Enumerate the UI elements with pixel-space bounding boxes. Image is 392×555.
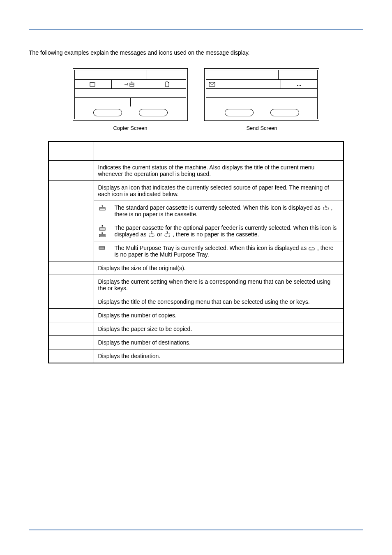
- svg-text:2: 2: [151, 231, 152, 234]
- cassette1-icon: 1: [98, 205, 106, 211]
- svg-rect-18: [309, 247, 314, 250]
- cassette2-icon: 2: [98, 225, 106, 231]
- top-divider: [29, 29, 363, 30]
- original-icon: [90, 81, 97, 87]
- table-row: Indicates the current status of the mach…: [48, 160, 344, 180]
- soft-key-right: [139, 109, 168, 116]
- copier-screen-box: 1: [73, 68, 188, 131]
- svg-text:1: 1: [131, 81, 133, 83]
- table-row: Displays the number of copies.: [48, 308, 344, 322]
- svg-text:1: 1: [325, 205, 327, 207]
- reference-table: Indicates the current status of the mach…: [48, 141, 344, 363]
- table-row: Displays the title of the corresponding …: [48, 295, 344, 308]
- cassette3-empty-icon: 3: [164, 231, 171, 237]
- cassette2-empty-icon: 2: [148, 231, 155, 237]
- table-row: Displays the number of destinations.: [48, 335, 344, 349]
- table-row: Displays the size of the original(s).: [48, 261, 344, 275]
- send-caption: Send Screen: [204, 125, 319, 131]
- svg-text:2: 2: [101, 225, 103, 228]
- cassette1-empty-icon: 1: [322, 205, 330, 210]
- copier-caption: Copier Screen: [73, 125, 188, 131]
- mp-tray-empty-icon: [308, 247, 316, 251]
- svg-text:3: 3: [101, 232, 103, 234]
- mp-tray-icon: [98, 245, 106, 250]
- soft-key-left: [93, 109, 122, 116]
- svg-rect-13: [149, 234, 154, 236]
- cassette3-icon: 3: [98, 232, 106, 238]
- ellipsis-icon: …: [281, 80, 317, 88]
- svg-text:1: 1: [101, 205, 103, 208]
- envelope-icon: [209, 82, 215, 87]
- svg-rect-1: [130, 83, 134, 86]
- table-row: Displays the destination.: [48, 349, 344, 363]
- soft-key-right: [270, 109, 299, 116]
- table-row: Displays an icon that indicates the curr…: [48, 180, 344, 201]
- arrow-cassette-icon: 1: [124, 81, 136, 88]
- table-row: Displays the paper size to be copied.: [48, 322, 344, 335]
- soft-key-left: [225, 109, 254, 116]
- bottom-divider: [29, 530, 363, 530]
- screen-diagrams: 1: [29, 68, 363, 131]
- svg-rect-15: [165, 234, 170, 236]
- header-left: [48, 141, 94, 160]
- svg-rect-7: [323, 207, 328, 210]
- page-icon: [165, 81, 170, 87]
- send-screen-box: … Send Screen: [204, 68, 319, 131]
- header-right: [94, 141, 344, 160]
- svg-text:3: 3: [167, 231, 168, 234]
- table-row: Displays the current setting when there …: [48, 275, 344, 295]
- intro-text: The following examples explain the messa…: [29, 49, 363, 56]
